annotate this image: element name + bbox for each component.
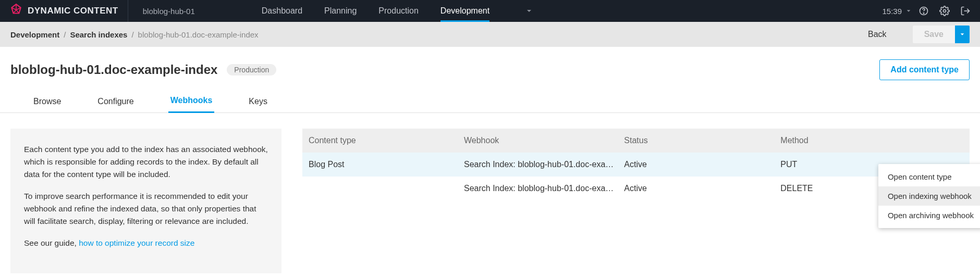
tab-configure[interactable]: Configure: [95, 91, 136, 112]
hub-selector[interactable]: bloblog-hub-01: [128, 7, 210, 16]
nav-development[interactable]: Development: [440, 0, 489, 22]
info-paragraph-1: Each content type you add to the index h…: [24, 143, 268, 181]
tab-keys[interactable]: Keys: [247, 91, 270, 112]
cell-webhook: Search Index: bloblog-hub-01.doc-exa…: [459, 153, 619, 177]
info-paragraph-2: To improve search performance it is reco…: [24, 190, 268, 228]
menu-open-indexing-webhook[interactable]: Open indexing webhook: [878, 186, 980, 206]
info-guide-prefix: See our guide,: [24, 238, 79, 247]
info-panel: Each content type you add to the index h…: [10, 129, 281, 273]
cell-status: Active: [619, 153, 775, 177]
cell-webhook: Search Index: bloblog-hub-01.doc-exa…: [459, 177, 619, 200]
breadcrumb-separator: /: [64, 30, 66, 39]
table-row[interactable]: Blog Post Search Index: bloblog-hub-01.d…: [302, 153, 970, 177]
index-tabs: Browse Configure Webhooks Keys: [0, 90, 980, 113]
brand-name: DYNAMIC CONTENT: [28, 6, 118, 16]
breadcrumb-development[interactable]: Development: [10, 30, 59, 39]
logout-icon[interactable]: [960, 6, 971, 16]
top-navbar: DYNAMIC CONTENT bloblog-hub-01 Dashboard…: [0, 0, 980, 22]
tab-browse[interactable]: Browse: [31, 91, 63, 112]
nav-more-caret-icon[interactable]: [526, 8, 532, 14]
save-button-group: Save: [913, 26, 970, 43]
col-actions: [945, 129, 970, 153]
clock[interactable]: 15:39: [882, 7, 918, 16]
info-paragraph-3: See our guide, how to optimize your reco…: [24, 237, 268, 249]
clock-time: 15:39: [882, 7, 902, 16]
info-guide-link[interactable]: how to optimize your record size: [79, 238, 194, 247]
add-content-type-button[interactable]: Add content type: [879, 59, 970, 80]
col-status: Status: [619, 129, 775, 153]
top-icon-group: [918, 6, 980, 16]
save-button[interactable]: Save: [913, 26, 955, 43]
cell-content-type: Blog Post: [302, 153, 459, 177]
breadcrumb: Development / Search indexes / bloblog-h…: [10, 30, 259, 39]
table-row[interactable]: Search Index: bloblog-hub-01.doc-exa… Ac…: [302, 177, 970, 200]
col-webhook: Webhook: [459, 129, 619, 153]
breadcrumb-current: bloblog-hub-01.doc-example-index: [138, 30, 259, 39]
webhooks-table-wrap: Content type Webhook Status Method Blog …: [302, 129, 970, 200]
svg-point-1: [923, 13, 924, 14]
brand-block[interactable]: DYNAMIC CONTENT: [0, 0, 128, 22]
page-title: bloblog-hub-01.doc-example-index: [10, 62, 217, 77]
cell-status: Active: [619, 177, 775, 200]
main-nav: Dashboard Planning Production Developmen…: [262, 0, 532, 22]
breadcrumb-search-indexes[interactable]: Search indexes: [70, 30, 127, 39]
settings-icon[interactable]: [939, 6, 950, 16]
page-header: bloblog-hub-01.doc-example-index Product…: [0, 47, 980, 90]
save-dropdown-button[interactable]: [955, 26, 970, 43]
cell-content-type: [302, 177, 459, 200]
menu-open-archiving-webhook[interactable]: Open archiving webhook: [878, 206, 980, 225]
chevron-down-icon: [906, 8, 911, 14]
breadcrumb-separator: /: [131, 30, 133, 39]
content-area: Each content type you add to the index h…: [0, 113, 980, 277]
nav-dashboard[interactable]: Dashboard: [262, 0, 302, 22]
nav-production[interactable]: Production: [378, 0, 419, 22]
col-method: Method: [775, 129, 945, 153]
nav-planning[interactable]: Planning: [324, 0, 357, 22]
webhooks-table: Content type Webhook Status Method Blog …: [302, 129, 970, 200]
help-icon[interactable]: [918, 6, 929, 16]
tab-webhooks[interactable]: Webhooks: [168, 90, 215, 113]
menu-open-content-type[interactable]: Open content type: [878, 167, 980, 186]
svg-point-2: [944, 10, 946, 12]
environment-badge: Production: [227, 64, 276, 75]
toolbar: Development / Search indexes / bloblog-h…: [0, 22, 980, 47]
back-button[interactable]: Back: [868, 30, 887, 39]
col-content-type: Content type: [302, 129, 459, 153]
row-actions-menu: Open content type Open indexing webhook …: [878, 164, 980, 228]
brand-logo-icon: [9, 3, 23, 19]
